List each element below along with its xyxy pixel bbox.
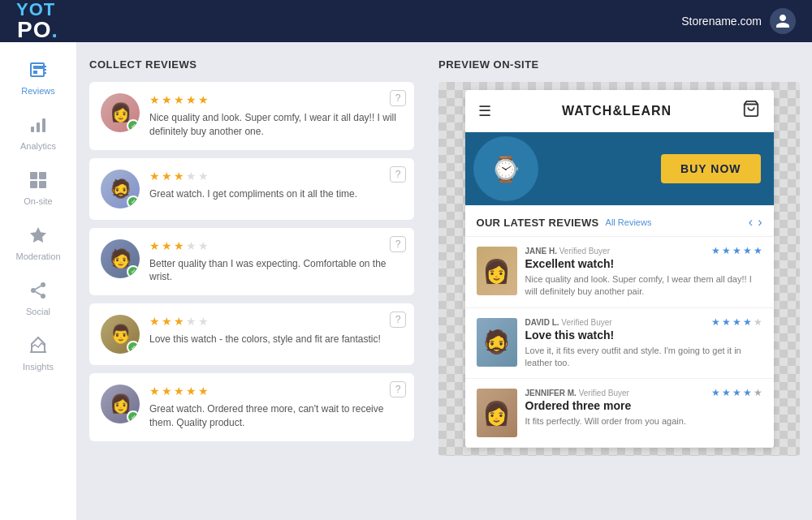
reviewer-name-2: DAVID L. Verified Buyer [525, 318, 612, 327]
question-icon-5[interactable]: ? [390, 381, 406, 398]
logo-text: YOT [16, 1, 58, 19]
verified-badge-3: ✓ [127, 265, 140, 278]
prev-arrow[interactable]: ‹ [749, 215, 753, 230]
review-content-4: ★★★★★ Love this watch - the colors, styl… [149, 315, 403, 346]
review-card-3: 🧑 ✓ ★★★★★ Better quality than I was expe… [89, 228, 414, 296]
sidebar-label-analytics: Analytics [20, 141, 56, 151]
preview-panel: PREVIEW ON-SITE ☰ WATCH&LEARN ⌚ BUY NOW [426, 42, 812, 520]
svg-line-10 [36, 292, 41, 295]
review-text-1: Nice quality and look. Super comfy, I we… [149, 111, 403, 139]
stars-3: ★★★★★ [149, 239, 403, 252]
sidebar: Reviews Analytics On-site Moderation Soc… [0, 42, 77, 520]
verified-badge-1: ✓ [127, 119, 140, 132]
stars-5: ★★★★★ [149, 385, 403, 398]
verified-badge-2: ✓ [127, 196, 140, 208]
preview-review-title-3: Ordered three more [525, 399, 762, 412]
sidebar-label-moderation: Moderation [15, 251, 60, 261]
svg-rect-1 [37, 122, 40, 132]
hamburger-icon[interactable]: ☰ [478, 102, 491, 120]
hero-banner: ⌚ BUY NOW [465, 132, 774, 205]
preview-review-2: 🧔 DAVID L. Verified Buyer ★★★★★ [465, 308, 774, 380]
review-avatar-4: 👨 ✓ [101, 315, 140, 354]
preview-avatar-2: 🧔 [477, 318, 517, 367]
review-text-5: Great watch. Ordered three more, can't w… [149, 402, 403, 430]
preview-avatar-3: 👩 [477, 389, 517, 437]
mobile-logo: WATCH&LEARN [562, 104, 672, 118]
svg-point-7 [41, 282, 45, 287]
svg-line-11 [36, 286, 41, 290]
nav-arrows: ‹ › [749, 215, 762, 230]
collect-reviews-title: COLLECT REVIEWS [89, 58, 414, 71]
content-area: COLLECT REVIEWS 👩 ✓ ★★★★★ Nice quality a… [77, 42, 812, 520]
question-icon-4[interactable]: ? [390, 312, 406, 328]
latest-reviews-label: OUR LATEST REVIEWS [477, 217, 599, 229]
preview-title: PREVIEW ON-SITE [438, 58, 800, 71]
svg-rect-3 [30, 172, 37, 179]
review-text-2: Great watch. I get compliments on it all… [149, 187, 403, 201]
logo-text-2: PO. [17, 19, 58, 41]
review-avatar-3: 🧑 ✓ [101, 239, 140, 278]
sidebar-item-insights[interactable]: Insights [0, 326, 76, 381]
main-layout: Reviews Analytics On-site Moderation Soc… [0, 42, 812, 520]
review-card-2: 🧔 ✓ ★★★★★ Great watch. I get compliments… [89, 158, 414, 220]
svg-point-9 [41, 294, 45, 299]
collect-reviews-panel: COLLECT REVIEWS 👩 ✓ ★★★★★ Nice quality a… [77, 42, 426, 520]
review-content-2: ★★★★★ Great watch. I get compliments on … [149, 170, 403, 201]
preview-review-title-1: Excellent watch! [525, 257, 762, 270]
buy-now-button[interactable]: BUY NOW [661, 154, 760, 183]
question-icon-2[interactable]: ? [390, 166, 406, 183]
next-arrow[interactable]: › [758, 215, 762, 230]
preview-stars-3: ★★★★★ [711, 387, 762, 398]
sidebar-item-reviews[interactable]: Reviews [0, 50, 76, 105]
svg-rect-6 [39, 181, 46, 188]
sidebar-label-social: Social [26, 307, 50, 316]
sidebar-item-analytics[interactable]: Analytics [0, 105, 76, 161]
svg-rect-2 [42, 118, 45, 132]
preview-review-text-2: Love it, it fits every outfit and style.… [525, 345, 762, 369]
question-icon-1[interactable]: ? [390, 90, 406, 106]
reviews-icon [28, 60, 48, 83]
hero-watch: ⌚ [473, 136, 538, 201]
preview-review-content-3: JENNIFER M. Verified Buyer ★★★★★ Ordered… [525, 389, 762, 437]
svg-rect-5 [30, 181, 37, 188]
insights-icon [28, 336, 48, 359]
user-avatar[interactable] [770, 8, 796, 34]
reviewer-name-1: JANE H. Verified Buyer [525, 247, 611, 256]
preview-review-content-1: JANE H. Verified Buyer ★★★★★ Excellent w… [525, 247, 762, 298]
reviewer-name-3: JENNIFER M. Verified Buyer [525, 389, 629, 398]
review-text-4: Love this watch - the colors, style and … [149, 333, 403, 346]
app-header: YOT PO. Storename.com [0, 0, 812, 42]
reviews-section-header: OUR LATEST REVIEWS All Reviews ‹ › [465, 205, 774, 237]
preview-container: ☰ WATCH&LEARN ⌚ BUY NOW OUR LA [438, 82, 800, 456]
review-text-3: Better quality than I was expecting. Com… [149, 257, 403, 285]
stars-4: ★★★★★ [149, 315, 403, 328]
stars-1: ★★★★★ [149, 93, 403, 106]
sidebar-item-moderation[interactable]: Moderation [0, 216, 76, 271]
preview-review-text-3: It fits perfectly. Will order from you a… [525, 415, 762, 428]
review-avatar-1: 👩 ✓ [101, 93, 140, 132]
svg-rect-4 [39, 172, 46, 179]
header-right: Storename.com [681, 8, 796, 34]
social-icon [28, 281, 48, 303]
analytics-icon [28, 115, 48, 138]
review-card-1: 👩 ✓ ★★★★★ Nice quality and look. Super c… [89, 82, 414, 150]
mobile-header: ☰ WATCH&LEARN [465, 90, 774, 132]
review-card-5: 👩 ✓ ★★★★★ Great watch. Ordered three mor… [89, 373, 414, 441]
review-card-4: 👨 ✓ ★★★★★ Love this watch - the colors, … [89, 303, 414, 365]
stars-2: ★★★★★ [149, 170, 403, 183]
mobile-preview: ☰ WATCH&LEARN ⌚ BUY NOW OUR LA [465, 90, 774, 448]
preview-review-3: 👩 JENNIFER M. Verified Buyer ★★★★★ [465, 379, 774, 448]
sidebar-item-onsite[interactable]: On-site [0, 161, 76, 216]
onsite-icon [28, 170, 48, 193]
verified-badge-4: ✓ [127, 341, 140, 354]
review-avatar-5: 👩 ✓ [101, 385, 140, 423]
sidebar-item-social[interactable]: Social [0, 271, 76, 326]
sidebar-label-onsite: On-site [24, 196, 52, 206]
all-reviews-link[interactable]: All Reviews [606, 217, 652, 227]
moderation-icon [28, 226, 48, 248]
review-content-1: ★★★★★ Nice quality and look. Super comfy… [149, 93, 403, 139]
svg-rect-0 [31, 127, 34, 132]
cart-icon[interactable] [742, 100, 760, 122]
question-icon-3[interactable]: ? [390, 236, 406, 252]
review-content-3: ★★★★★ Better quality than I was expectin… [149, 239, 403, 285]
